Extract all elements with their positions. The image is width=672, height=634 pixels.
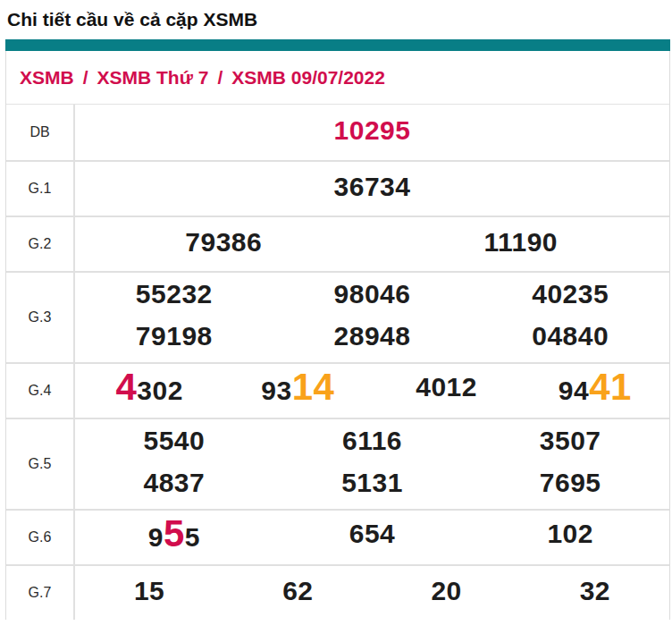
digit-segment: 79198 (136, 321, 213, 351)
prize-row: DB10295 (6, 105, 669, 160)
digit-segment: 28948 (334, 321, 411, 351)
prize-row: G.6955654102 (6, 509, 669, 564)
prize-number: 955 (75, 515, 273, 561)
prize-line: 483751317695 (75, 464, 669, 506)
prize-row-content: 955654102 (75, 511, 669, 564)
digit-segment: 32 (580, 576, 610, 605)
highlight-digit-orange: 14 (292, 366, 335, 408)
prize-number: 4302 (75, 368, 223, 414)
prize-line: 554061163507 (75, 422, 669, 464)
highlight-digit-red: 5 (164, 512, 185, 554)
prize-number: 55232 (75, 275, 273, 317)
prize-number: 9314 (223, 368, 372, 414)
prize-row: G.3552329804640235791982894804840 (6, 271, 669, 362)
digit-segment: 93 (261, 376, 291, 405)
digit-segment: 4837 (143, 468, 205, 497)
prize-number: 79386 (75, 224, 373, 266)
prize-row-content: 552329804640235791982894804840 (75, 273, 669, 362)
digit-segment: 302 (137, 376, 183, 405)
prize-row-content: 15622032 (75, 566, 669, 620)
digit-segment: 3507 (540, 426, 601, 455)
digit-segment: 55232 (136, 279, 213, 309)
teal-accent-bar (5, 39, 670, 51)
prize-row-content: 36734 (75, 162, 669, 216)
digit-segment: 04840 (532, 321, 609, 351)
prize-number: 15 (75, 572, 223, 614)
prize-label: DB (6, 105, 75, 160)
digit-segment: 98046 (334, 279, 411, 309)
digit-segment: 79386 (185, 227, 262, 257)
prize-line: 15622032 (75, 572, 669, 614)
digit-segment: 9 (148, 522, 164, 552)
prize-label: G.1 (6, 162, 75, 216)
prize-number: 79198 (75, 317, 273, 359)
prize-line: 4302931440129441 (75, 368, 669, 414)
prize-number: 32 (521, 572, 669, 614)
breadcrumb-link-xsmb[interactable]: XSMB (20, 67, 74, 89)
prize-row-content: 7938611190 (75, 217, 669, 271)
prize-number: 7695 (471, 464, 669, 506)
prize-row: G.5554061163507483751317695 (6, 418, 669, 509)
breadcrumb-separator: / (83, 67, 88, 89)
digit-segment: 654 (349, 519, 396, 548)
digit-segment: 11190 (483, 227, 558, 257)
prize-label: G.6 (6, 511, 75, 564)
prize-label: G.7 (6, 566, 75, 620)
prize-number: 11190 (373, 224, 670, 266)
digit-segment: 62 (282, 576, 313, 605)
prize-number: 28948 (273, 317, 472, 359)
prize-label: G.2 (6, 217, 75, 271)
digit-segment: 5131 (341, 468, 403, 497)
digit-segment: 20 (431, 576, 461, 605)
prize-line: 552329804640235 (75, 275, 669, 317)
prize-label: G.4 (6, 364, 75, 418)
prize-row: G.136734 (6, 160, 669, 216)
digit-segment: 5540 (143, 426, 205, 455)
result-panel: XSMB / XSMB Thứ 7 / XSMB 09/07/2022 DB10… (5, 39, 670, 620)
prize-table: DB10295G.136734G.27938611190G.3552329804… (6, 105, 669, 620)
prize-number: 04840 (471, 317, 669, 359)
prize-number: 62 (223, 572, 372, 614)
prize-number: 654 (273, 515, 472, 561)
digit-segment: 102 (547, 519, 593, 548)
prize-number: 10295 (75, 112, 669, 154)
prize-line: 10295 (75, 112, 669, 154)
prize-number: 36734 (75, 168, 669, 210)
prize-line: 7938611190 (75, 224, 669, 266)
digit-segment: 36734 (334, 172, 411, 201)
digit-segment: 40235 (532, 279, 609, 309)
breadcrumb-link-xsmb-date[interactable]: XSMB 09/07/2022 (231, 67, 385, 89)
digit-segment: 6116 (342, 426, 402, 455)
breadcrumb-separator: / (217, 67, 223, 89)
prize-number: 102 (471, 515, 669, 561)
digit-segment: 15 (134, 576, 164, 605)
page-title: Chi tiết cầu về cả cặp XSMB (7, 9, 672, 30)
prize-number: 4012 (373, 368, 521, 414)
highlight-digit-orange: 41 (589, 366, 632, 408)
prize-line: 791982894804840 (75, 317, 669, 359)
prize-row: G.44302931440129441 (6, 362, 669, 418)
prize-number: 9441 (521, 368, 669, 414)
prize-row: G.715622032 (6, 564, 669, 620)
digit-segment: 7695 (540, 468, 601, 497)
prize-line: 955654102 (75, 515, 669, 561)
digit-segment: 4012 (416, 372, 477, 402)
prize-row-content: 10295 (75, 105, 669, 160)
digit-segment: 5 (185, 522, 200, 552)
digit-segment: 94 (559, 376, 589, 405)
prize-number: 4837 (75, 464, 273, 506)
prize-number: 40235 (471, 275, 669, 317)
highlight-digit-red: 10295 (334, 115, 411, 145)
prize-row-content: 554061163507483751317695 (75, 419, 669, 509)
highlight-digit-red: 4 (115, 366, 137, 408)
prize-number: 3507 (471, 422, 669, 464)
prize-number: 6116 (273, 422, 472, 464)
prize-label: G.5 (6, 419, 75, 509)
prize-line: 36734 (75, 168, 669, 210)
prize-number: 5540 (75, 422, 273, 464)
breadcrumb-link-xsmb-thu7[interactable]: XSMB Thứ 7 (97, 67, 209, 89)
breadcrumb: XSMB / XSMB Thứ 7 / XSMB 09/07/2022 (6, 51, 669, 105)
prize-number: 20 (373, 572, 521, 614)
prize-label: G.3 (6, 273, 75, 362)
prize-number: 98046 (273, 275, 472, 317)
